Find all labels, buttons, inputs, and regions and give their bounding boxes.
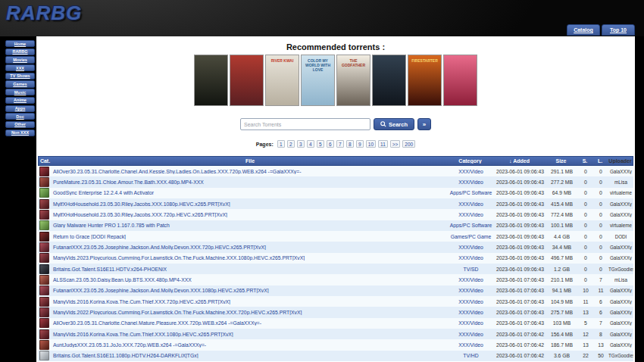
sidebar-item-movies[interactable]: Movies	[5, 56, 35, 63]
torrent-category-link[interactable]: XXX/Video	[458, 342, 483, 348]
torrent-file-link[interactable]: Britains.Got.Talent.S16E11.1080p.HDTV.H2…	[53, 353, 199, 358]
torrent-file-link[interactable]: Britains.Got.Talent.S16E11.HDTV.x264-PHO…	[53, 267, 167, 272]
torrent-file-link[interactable]: Glary Malware Hunter PRO 1.167.0.785 wit…	[53, 223, 170, 228]
header-size[interactable]: Size	[545, 158, 577, 164]
page-button-4[interactable]: 4	[307, 140, 314, 148]
torrent-file-link[interactable]: PureMature.23.05.31.Chloe.Amour.The.Bath…	[53, 179, 204, 185]
torrent-file-link[interactable]: ManyVids.2016.Korina.Kova.The.Cum.Thief.…	[53, 299, 230, 304]
page-button-200[interactable]: 200	[402, 140, 415, 148]
torrent-category-link[interactable]: Apps/PC Software	[450, 190, 492, 195]
recommended-poster[interactable]: The Godfather	[336, 55, 370, 106]
category-thumbnail[interactable]	[39, 188, 49, 198]
recommended-poster[interactable]	[194, 55, 228, 106]
sidebar-item-rarbg[interactable]: RARBG	[5, 48, 35, 55]
torrent-category-link[interactable]: XXX/Video	[458, 179, 483, 185]
sidebar-item-non-xxx[interactable]: Non XXX	[5, 130, 35, 136]
page-button-[interactable]: >>	[390, 140, 401, 148]
torrent-category-link[interactable]: XXX/Video	[458, 320, 483, 326]
torrent-file-link[interactable]: AllOver30.23.05.31.Charlotte.Chanel.Matu…	[53, 320, 261, 326]
torrent-category-link[interactable]: XXX/Video	[458, 332, 483, 337]
torrent-category-link[interactable]: XXX/Video	[458, 299, 483, 304]
category-thumbnail[interactable]	[39, 167, 49, 176]
page-button-10[interactable]: 10	[366, 140, 376, 148]
category-thumbnail[interactable]	[39, 275, 49, 285]
header-category[interactable]: Category	[446, 158, 494, 164]
header-leechers[interactable]: L.	[592, 158, 608, 164]
page-button-11[interactable]: 11	[378, 140, 388, 148]
sidebar-item-games[interactable]: Games	[5, 80, 35, 87]
category-thumbnail[interactable]	[39, 232, 49, 242]
torrent-category-link[interactable]: Apps/PC Software	[450, 223, 492, 228]
page-button-8[interactable]: 8	[346, 140, 354, 148]
search-input[interactable]	[240, 118, 370, 130]
catalog-button[interactable]: Catalog	[567, 24, 600, 36]
torrent-file-link[interactable]: FutanariXXX.23.05.26.Josephine.Jackson.A…	[53, 245, 266, 250]
torrent-file-link[interactable]: GoodSync Enterprise 12.2.4.4 with Activa…	[53, 190, 154, 195]
torrent-category-link[interactable]: XXX/Video	[458, 212, 483, 217]
sidebar-item-home[interactable]: Home	[5, 40, 35, 47]
torrent-file-link[interactable]: MylfXHotHousehold.23.05.30.Riley.Jacobs.…	[53, 212, 227, 217]
advanced-search-button[interactable]: »	[417, 118, 431, 130]
page-button-1[interactable]: 1	[277, 140, 285, 148]
recommended-poster[interactable]: Firestarter	[408, 55, 442, 106]
torrent-file-link[interactable]: AllOver30.23.05.31.Charlotte.Chanel.And.…	[53, 169, 301, 174]
torrent-category-link[interactable]: TV/SD	[463, 267, 478, 272]
category-thumbnail[interactable]	[39, 199, 49, 209]
category-thumbnail[interactable]	[39, 286, 49, 295]
sidebar-item-xxx[interactable]: XXX	[5, 64, 35, 71]
top10-button[interactable]: Top 10	[602, 24, 635, 36]
header-added[interactable]: ↓ Added	[494, 158, 545, 164]
sidebar-item-tv-shows[interactable]: TV Shows	[5, 73, 35, 80]
category-thumbnail[interactable]	[39, 307, 49, 317]
torrent-file-link[interactable]: ManyVids.2016.Korina.Kova.The.Cum.Thief.…	[53, 332, 233, 337]
header-uploader[interactable]: Uploader	[608, 158, 633, 164]
category-thumbnail[interactable]	[39, 253, 49, 263]
torrent-file-link[interactable]: MylfXHotHousehold.23.05.30.Riley.Jacobs.…	[53, 201, 230, 207]
header-cat[interactable]: Cat.	[39, 158, 52, 164]
header-seeders[interactable]: S.	[577, 158, 592, 164]
sidebar-item-doc[interactable]: Doc	[5, 113, 35, 120]
torrent-file-link[interactable]: ManyVids.2022.Ploycurious.Cumming.For.La…	[53, 310, 302, 315]
torrent-category-link[interactable]: XXX/Video	[458, 288, 483, 293]
recommended-poster[interactable]	[372, 55, 406, 106]
page-button-7[interactable]: 7	[336, 140, 344, 148]
page-button-6[interactable]: 6	[327, 140, 334, 148]
torrent-category-link[interactable]: TV/HD	[463, 353, 478, 358]
torrent-category-link[interactable]: XXX/Video	[458, 201, 483, 207]
torrent-category-link[interactable]: XXX/Video	[458, 169, 483, 174]
category-thumbnail[interactable]	[39, 264, 49, 274]
search-button[interactable]: Search	[374, 118, 414, 130]
category-thumbnail[interactable]	[39, 177, 49, 187]
category-thumbnail[interactable]	[39, 210, 49, 220]
category-thumbnail[interactable]	[39, 340, 49, 350]
page-button-5[interactable]: 5	[317, 140, 324, 148]
category-thumbnail[interactable]	[39, 242, 49, 252]
sidebar-item-music[interactable]: Music	[5, 89, 35, 95]
page-button-9[interactable]: 9	[356, 140, 364, 148]
category-thumbnail[interactable]	[39, 220, 49, 230]
recommended-poster[interactable]: Color my World with Love	[301, 55, 335, 106]
category-thumbnail[interactable]	[39, 351, 49, 360]
recommended-poster[interactable]	[443, 55, 477, 106]
torrent-category-link[interactable]: XXX/Video	[458, 245, 483, 250]
torrent-category-link[interactable]: XXX/Video	[458, 277, 483, 282]
category-thumbnail[interactable]	[39, 297, 49, 307]
category-thumbnail[interactable]	[39, 329, 49, 339]
torrent-file-link[interactable]: AuntJudysXXX.23.05.31.JoJo.XXX.720p.WEB.…	[53, 342, 206, 348]
torrent-file-link[interactable]: ManyVids.2023.Ploycurious.Cumming.For.La…	[53, 255, 305, 261]
category-thumbnail[interactable]	[39, 318, 49, 328]
torrent-category-link[interactable]: XXX/Video	[458, 255, 483, 261]
torrent-file-link[interactable]: FutanariXXX.23.05.26.Josephine.Jackson.A…	[53, 288, 269, 293]
torrent-category-link[interactable]: XXX/Video	[458, 310, 483, 315]
sidebar-item-anime[interactable]: Anime	[5, 97, 35, 104]
header-file[interactable]: File	[52, 158, 446, 164]
torrent-category-link[interactable]: Games/PC Game	[451, 234, 492, 239]
sidebar-item-apps[interactable]: Apps	[5, 105, 35, 112]
page-button-2[interactable]: 2	[287, 140, 295, 148]
sidebar-item-other[interactable]: Other	[5, 121, 35, 128]
recommended-poster[interactable]: River Kwai	[265, 55, 299, 106]
torrent-file-link[interactable]: ALSScan.23.05.30.Daisy.Bean.Up.BTS.XXX.4…	[53, 277, 192, 282]
recommended-poster[interactable]	[230, 55, 264, 106]
torrent-file-link[interactable]: Return to Grace [DODI Repack]	[53, 234, 126, 239]
rarbg-logo[interactable]: RARBG	[6, 2, 82, 25]
